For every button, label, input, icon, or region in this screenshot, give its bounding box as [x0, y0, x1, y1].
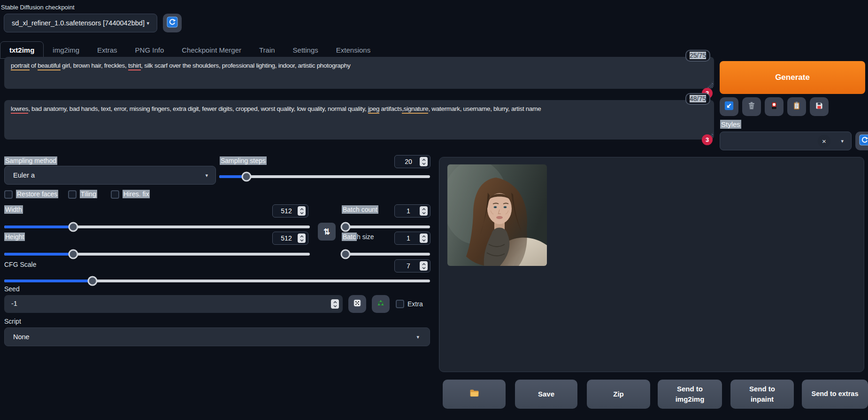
chevron-down-icon: ▾: [841, 138, 851, 144]
checkpoint-label: Stable Diffusion checkpoint: [1, 4, 75, 11]
stepper-icon[interactable]: [298, 206, 306, 216]
negative-token-counter: 48/75: [685, 93, 710, 105]
prompt-token-counter: 25/75: [685, 50, 710, 62]
chevron-down-icon: ▾: [205, 172, 215, 179]
floppy-save-icon: [814, 101, 824, 113]
send-to-extras-button[interactable]: Send to extras: [802, 380, 868, 409]
script-label: Script: [4, 318, 21, 325]
refresh-icon: [859, 134, 868, 148]
checkpoint-select[interactable]: sd_xl_refiner_1.0.safetensors [7440042bb…: [4, 14, 157, 32]
tab-img2img[interactable]: img2img: [44, 41, 88, 59]
batch-size-label: Batch size: [342, 233, 374, 241]
batch-size-input[interactable]: 1: [394, 232, 430, 245]
tab-extensions[interactable]: Extensions: [327, 41, 379, 59]
negative-prompt-text: lowres, bad anatomy, bad hands, text, er…: [4, 100, 714, 117]
batch-count-slider[interactable]: [342, 222, 430, 232]
seed-input[interactable]: -1: [4, 295, 343, 313]
checkpoint-value: sd_xl_refiner_1.0.safetensors [7440042bb…: [12, 19, 146, 27]
negative-notification-badge: 3: [702, 134, 713, 145]
tab-checkpoint-merger[interactable]: Checkpoint Merger: [173, 41, 250, 59]
zip-button[interactable]: Zip: [587, 380, 650, 409]
script-select[interactable]: None ▾: [4, 327, 430, 346]
stepper-icon[interactable]: [420, 157, 428, 166]
trash-icon: [746, 101, 757, 113]
styles-label: Styles: [720, 120, 741, 128]
tab-txt2img[interactable]: txt2img: [0, 41, 44, 59]
folder-icon: [469, 387, 480, 401]
stepper-icon[interactable]: [420, 206, 428, 216]
tab-png-info[interactable]: PNG Info: [126, 41, 173, 59]
sampling-method-select[interactable]: Euler a ▾: [4, 166, 216, 185]
prompt-textarea[interactable]: portrait of beautiful girl, brown hair, …: [4, 57, 714, 89]
refresh-checkpoints-button[interactable]: [163, 14, 182, 32]
stable-diffusion-webui: Stable Diffusion checkpoint sd_xl_refine…: [0, 0, 868, 420]
tab-extras[interactable]: Extras: [88, 41, 126, 59]
height-slider[interactable]: [4, 249, 310, 259]
width-slider[interactable]: [4, 222, 310, 232]
open-output-folder-button[interactable]: [443, 380, 506, 409]
seed-extra-checkbox[interactable]: [396, 300, 404, 308]
paste-params-arrow-icon: [724, 101, 734, 113]
sampling-steps-slider[interactable]: [219, 172, 430, 181]
swap-arrows-icon: ⇅: [323, 227, 330, 237]
hires-fix-label: Hires. fix: [123, 190, 150, 198]
negative-prompt-textarea[interactable]: lowres, bad anatomy, bad hands, text, er…: [4, 100, 714, 140]
restore-faces-checkbox[interactable]: [4, 190, 13, 199]
width-input[interactable]: 512: [272, 204, 308, 218]
sampling-method-label: Sampling method: [4, 157, 57, 164]
random-seed-button[interactable]: [348, 295, 366, 313]
generated-image[interactable]: [447, 164, 547, 266]
dice-icon: [352, 298, 362, 310]
reuse-seed-button[interactable]: [372, 295, 390, 313]
tiling-label: Tiling: [80, 190, 97, 198]
extra-networks-button[interactable]: [765, 97, 784, 116]
height-label: Height: [4, 233, 25, 241]
apply-style-button[interactable]: [787, 97, 806, 116]
chevron-down-icon: ▾: [146, 20, 149, 26]
main-tabs: txt2img img2img Extras PNG Info Checkpoi…: [0, 41, 379, 59]
tiling-checkbox[interactable]: [68, 190, 77, 199]
refresh-styles-button[interactable]: [855, 132, 868, 150]
stepper-icon[interactable]: [420, 261, 428, 271]
clear-prompt-button[interactable]: [742, 97, 761, 116]
cfg-scale-label: CFG Scale: [4, 261, 36, 268]
extra-networks-card-icon: [769, 101, 779, 113]
recycle-icon: [376, 298, 386, 310]
refresh-icon: [167, 16, 178, 30]
seed-label: Seed: [4, 285, 20, 293]
restore-faces-label: Restore faces: [16, 190, 58, 198]
sampling-steps-label: Sampling steps: [220, 157, 267, 164]
close-icon[interactable]: ×: [818, 135, 830, 148]
send-to-inpaint-button[interactable]: Send to inpaint: [730, 380, 794, 409]
chevron-down-icon: ▾: [416, 334, 430, 340]
sampling-steps-input[interactable]: 20: [394, 155, 430, 168]
batch-count-input[interactable]: 1: [394, 204, 430, 218]
batch-size-slider[interactable]: [342, 249, 430, 259]
stepper-icon[interactable]: [331, 299, 339, 309]
paste-params-button[interactable]: [720, 97, 738, 116]
send-to-img2img-button[interactable]: Send to img2img: [658, 380, 722, 409]
save-button[interactable]: Save: [515, 380, 577, 409]
generate-button[interactable]: Generate: [720, 61, 865, 94]
tab-train[interactable]: Train: [250, 41, 284, 59]
tab-settings[interactable]: Settings: [284, 41, 327, 59]
hires-fix-checkbox[interactable]: [111, 190, 119, 199]
cfg-scale-slider[interactable]: [4, 276, 430, 286]
prompt-text: portrait of beautiful girl, brown hair, …: [4, 57, 714, 74]
swap-width-height-button[interactable]: ⇅: [318, 223, 336, 241]
stepper-icon[interactable]: [298, 233, 306, 243]
batch-count-label: Batch count: [342, 206, 378, 213]
seed-extra-label: Extra: [407, 300, 423, 308]
height-input[interactable]: 512: [272, 232, 308, 245]
save-style-button[interactable]: [810, 97, 829, 116]
stepper-icon[interactable]: [420, 233, 428, 243]
resize-handle[interactable]: [707, 82, 713, 88]
cfg-scale-input[interactable]: 7: [394, 259, 430, 272]
clipboard-icon: [791, 101, 802, 113]
width-label: Width: [4, 206, 23, 213]
styles-select[interactable]: × ▾: [720, 132, 852, 150]
